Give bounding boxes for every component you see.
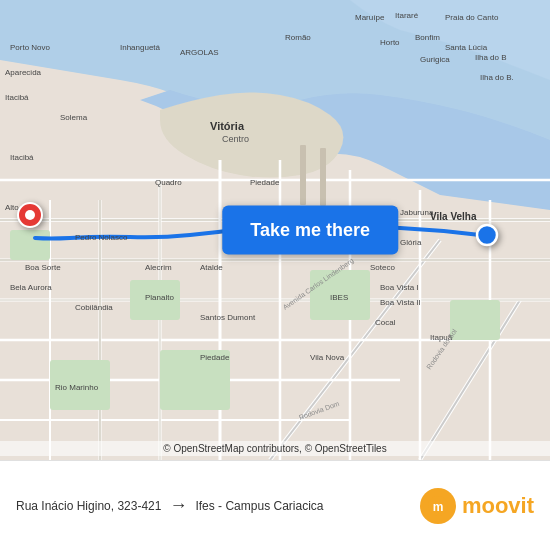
- svg-text:Ilha do B: Ilha do B: [475, 53, 507, 62]
- svg-text:Atalde: Atalde: [200, 263, 223, 272]
- moovit-logo: m moovit: [420, 488, 534, 524]
- route-info: Rua Inácio Higino, 323-421 → Ifes - Camp…: [16, 495, 420, 516]
- svg-text:Vila Velha: Vila Velha: [430, 211, 477, 222]
- svg-text:Pedro Nolasco: Pedro Nolasco: [75, 233, 128, 242]
- svg-point-79: [25, 210, 35, 220]
- svg-text:Vitória: Vitória: [210, 120, 245, 132]
- svg-text:Praia do Canto: Praia do Canto: [445, 13, 499, 22]
- moovit-logo-icon: m: [420, 488, 456, 524]
- svg-text:IBES: IBES: [330, 293, 348, 302]
- map-attribution: © OpenStreetMap contributors, © OpenStre…: [0, 441, 550, 456]
- svg-text:Boa Vista II: Boa Vista II: [380, 298, 421, 307]
- svg-text:Cocal: Cocal: [375, 318, 396, 327]
- svg-text:Jaburuna: Jaburuna: [400, 208, 434, 217]
- svg-rect-27: [10, 230, 50, 260]
- svg-text:Gurigica: Gurigica: [420, 55, 450, 64]
- svg-text:m: m: [433, 500, 444, 514]
- svg-text:Inhanguetá: Inhanguetá: [120, 43, 161, 52]
- svg-text:Itacibá: Itacibá: [5, 93, 29, 102]
- destination-label: Ifes - Campus Cariacica: [195, 499, 323, 513]
- footer: Rua Inácio Higino, 323-421 → Ifes - Camp…: [0, 460, 550, 550]
- svg-text:Centro: Centro: [222, 134, 249, 144]
- svg-text:Ilha do B.: Ilha do B.: [480, 73, 514, 82]
- svg-text:Alecrim: Alecrim: [145, 263, 172, 272]
- svg-text:Rio Marinho: Rio Marinho: [55, 383, 99, 392]
- map-container: Vitória Centro Vila Velha Itacibá Alto L…: [0, 0, 550, 460]
- svg-text:Boa Vista I: Boa Vista I: [380, 283, 419, 292]
- svg-text:Santos Dumont: Santos Dumont: [200, 313, 256, 322]
- svg-text:Glória: Glória: [400, 238, 422, 247]
- svg-text:Planalto: Planalto: [145, 293, 174, 302]
- svg-text:Santa Lúcia: Santa Lúcia: [445, 43, 488, 52]
- svg-text:Bonfim: Bonfim: [415, 33, 440, 42]
- svg-text:Cobilândia: Cobilândia: [75, 303, 113, 312]
- svg-text:Itacibá: Itacibá: [10, 153, 34, 162]
- svg-text:Bela Aurora: Bela Aurora: [10, 283, 52, 292]
- svg-text:Boa Sorte: Boa Sorte: [25, 263, 61, 272]
- take-me-there-button[interactable]: Take me there: [222, 206, 398, 255]
- moovit-logo-text: moovit: [462, 493, 534, 519]
- origin-label: Rua Inácio Higino, 323-421: [16, 499, 161, 513]
- svg-text:Solema: Solema: [60, 113, 88, 122]
- svg-text:ARGOLAS: ARGOLAS: [180, 48, 219, 57]
- svg-text:Aparecida: Aparecida: [5, 68, 42, 77]
- svg-text:Piedade: Piedade: [250, 178, 280, 187]
- svg-rect-30: [450, 300, 500, 340]
- svg-text:Horto: Horto: [380, 38, 400, 47]
- svg-text:Itararé: Itararé: [395, 11, 419, 20]
- svg-rect-26: [320, 148, 326, 206]
- svg-text:Romão: Romão: [285, 33, 311, 42]
- svg-text:Vila Nova: Vila Nova: [310, 353, 345, 362]
- svg-text:Quadro: Quadro: [155, 178, 182, 187]
- svg-rect-25: [300, 145, 306, 205]
- svg-text:Porto Novo: Porto Novo: [10, 43, 51, 52]
- svg-point-80: [477, 225, 497, 245]
- svg-text:Maruípe: Maruípe: [355, 13, 385, 22]
- svg-text:Soteco: Soteco: [370, 263, 395, 272]
- svg-text:Piedade: Piedade: [200, 353, 230, 362]
- arrow-icon: →: [169, 495, 187, 516]
